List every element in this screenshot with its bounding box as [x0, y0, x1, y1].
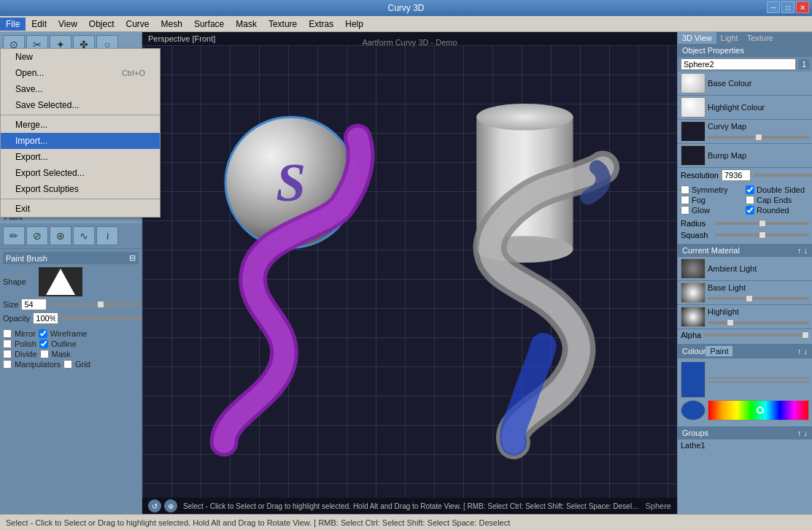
groups-icon-1[interactable]: ↑ — [797, 429, 802, 437]
menu-view[interactable]: View — [53, 18, 83, 31]
menu-export-selected[interactable]: Export Selected... — [1, 165, 160, 181]
ambient-light-swatch[interactable] — [681, 258, 705, 279]
menu-save[interactable]: Save... — [1, 81, 160, 97]
fog-label: Fog — [692, 196, 705, 204]
highlight-colour-swatch[interactable] — [681, 97, 705, 118]
menu-save-selected[interactable]: Save Selected... — [1, 97, 160, 113]
menu-texture[interactable]: Texture — [263, 18, 303, 31]
highlight-row: Highlight — [678, 305, 812, 329]
menu-edit[interactable]: Edit — [26, 18, 53, 31]
paint-tool-3[interactable]: ⊛ — [50, 226, 71, 245]
double-sided-check[interactable] — [746, 185, 754, 194]
outline-check[interactable] — [39, 339, 48, 348]
polish-check[interactable] — [3, 339, 12, 348]
menu-help[interactable]: Help — [339, 18, 369, 31]
menu-mesh[interactable]: Mesh — [155, 18, 188, 31]
radius-slider[interactable] — [715, 222, 809, 225]
rounded-check[interactable] — [746, 206, 754, 215]
menu-new[interactable]: New — [1, 49, 160, 65]
paint-tool-5[interactable]: ≀ — [96, 226, 118, 245]
glow-check[interactable] — [681, 206, 689, 215]
opacity-slider[interactable] — [61, 317, 142, 320]
base-light-swatch[interactable] — [681, 283, 705, 303]
cap-ends-check[interactable] — [746, 196, 754, 204]
paint-brush-panel: Paint Brush ⊟ Shape Size Opacity — [0, 248, 142, 514]
mirror-row: Mirror Wireframe — [3, 329, 139, 338]
manipulators-check[interactable] — [3, 360, 12, 369]
menu-curve[interactable]: Curve — [120, 18, 155, 31]
mirror-check[interactable] — [3, 329, 12, 338]
mask-check[interactable] — [40, 350, 49, 358]
menu-import[interactable]: Import... — [1, 133, 160, 149]
paint-tool-4[interactable]: ∿ — [73, 226, 95, 245]
tab-light[interactable]: Light — [716, 32, 743, 44]
rounded-check-row: Rounded — [746, 206, 809, 215]
radius-row: Radius — [678, 218, 812, 229]
colour-header: Colour Paint ↑ ↓ — [678, 344, 812, 358]
object-name-input[interactable] — [681, 58, 796, 70]
close-button[interactable]: ✕ — [796, 1, 809, 13]
canvas-area[interactable]: Perspective [Front] Aartform Curvy 3D - … — [142, 32, 677, 514]
glow-check-row: Glow — [681, 206, 744, 215]
size-slider[interactable] — [50, 303, 142, 306]
menu-extras[interactable]: Extras — [303, 18, 339, 31]
curr-mat-icon-2[interactable]: ↓ — [804, 246, 808, 255]
nav-rotate[interactable]: ↺ — [148, 499, 161, 512]
menu-export[interactable]: Export... — [1, 149, 160, 165]
squash-slider[interactable] — [715, 234, 809, 237]
menu-surface[interactable]: Surface — [188, 18, 230, 31]
tab-3d-view[interactable]: 3D View — [678, 32, 716, 44]
curvy-map-slider[interactable] — [708, 136, 809, 139]
double-sided-label: Double Sided — [757, 185, 805, 194]
symmetry-check[interactable] — [681, 185, 689, 194]
curvy-map-row: Curvy Map — [678, 120, 812, 144]
curr-mat-icon-1[interactable]: ↑ — [797, 246, 802, 255]
tab-texture[interactable]: Texture — [743, 32, 778, 44]
manipulators-label: Manipulators — [15, 360, 61, 369]
menu-merge[interactable]: Merge... — [1, 117, 160, 133]
divide-check[interactable] — [3, 350, 12, 358]
properties-checkboxes: Symmetry Double Sided Fog Cap Ends Glow … — [678, 183, 812, 218]
base-light-slider[interactable] — [708, 297, 809, 300]
colour-swatch-main[interactable] — [681, 361, 705, 398]
fog-check[interactable] — [681, 196, 689, 204]
base-colour-swatch[interactable] — [681, 73, 705, 93]
menu-object[interactable]: Object — [83, 18, 120, 31]
current-material-icons: ↑ ↓ — [797, 246, 808, 255]
menu-file[interactable]: File — [0, 18, 26, 31]
menu-mask[interactable]: Mask — [230, 18, 263, 31]
menu-exit[interactable]: Exit — [1, 201, 160, 217]
bump-map-swatch[interactable] — [681, 145, 705, 166]
radius-label: Radius — [681, 219, 712, 228]
colour-saturation-area[interactable] — [708, 381, 809, 383]
paint-tool-2[interactable]: ⊘ — [26, 226, 48, 245]
groups-item-lathe[interactable]: Lathe1 — [678, 439, 812, 451]
colour-rainbow[interactable] — [708, 400, 809, 420]
alpha-slider[interactable] — [704, 334, 809, 337]
squash-row: Squash — [678, 229, 812, 241]
alpha-label: Alpha — [681, 331, 701, 339]
colour-icon-2[interactable]: ↓ — [804, 347, 808, 356]
opacity-input[interactable] — [33, 312, 58, 324]
paint-tool-1[interactable]: ✏ — [3, 226, 25, 245]
size-input[interactable] — [21, 299, 47, 310]
resolution-slider[interactable] — [754, 174, 812, 177]
grid-check[interactable] — [63, 360, 72, 369]
highlight-swatch[interactable] — [681, 307, 705, 327]
nav-zoom[interactable]: ⊕ — [164, 499, 177, 512]
colour-hue-strip[interactable] — [708, 377, 809, 379]
menu-export-sculpties[interactable]: Export Sculpties — [1, 181, 160, 197]
minimize-button[interactable]: ─ — [767, 1, 780, 13]
resolution-input[interactable] — [722, 169, 751, 181]
menu-open[interactable]: Open... Ctrl+O — [1, 65, 160, 81]
highlight-slider[interactable] — [708, 321, 809, 324]
groups-icon-2[interactable]: ↓ — [804, 429, 808, 437]
paint-brush-expand[interactable]: ⊟ — [129, 253, 136, 263]
wireframe-check[interactable] — [39, 329, 47, 338]
bump-map-row: Bump Map — [678, 144, 812, 168]
maximize-button[interactable]: □ — [781, 1, 794, 13]
shape-label: Shape — [3, 277, 36, 286]
colour-icon-1[interactable]: ↑ — [797, 347, 802, 356]
colour-swatch-2[interactable] — [681, 400, 705, 420]
curvy-map-swatch[interactable] — [681, 121, 705, 142]
